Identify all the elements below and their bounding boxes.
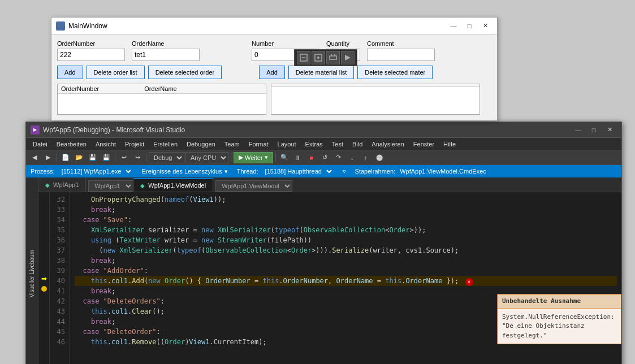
platform-dropdown[interactable]: Any CPU [185,152,228,163]
tb-breakpoint-btn[interactable]: ⬤ [373,152,386,163]
order-number-input[interactable] [57,49,125,61]
tb-back-btn[interactable]: ◀ [28,152,41,163]
filter-icon: ▿ [343,168,346,175]
toolbar-btn-4[interactable] [341,51,355,64]
comment-input[interactable] [367,49,435,61]
tab1-icon: ◆ [45,182,50,188]
editor-tab-2[interactable]: ◆ WpfApp1.ViewModel [133,178,213,192]
ln-33: 33 [52,205,65,215]
add-order-button[interactable]: Add [57,66,83,79]
process-dropdown[interactable]: [15112] WpfApp1.exe [57,166,133,177]
delete-selected-order-button[interactable]: Delete selected order [148,66,222,79]
tb-new-btn[interactable]: 📄 [59,152,72,163]
wpf-maximize-button[interactable]: □ [462,20,477,32]
tab2-member-dropdown[interactable]: WpfApp1.ViewModel [215,180,292,192]
gutter-46 [38,345,49,355]
vs-editor-tabs: ◆ WpfApp1 WpfApp1 ◆ WpfApp1.ViewModel Wp… [38,177,621,192]
vs-main-area: Visueller Livebaum ◆ WpfApp1 WpfApp1 ◆ W… [26,177,621,364]
menu-layout[interactable]: Layout [273,138,301,150]
editor-tab-1[interactable]: ◆ WpfApp1 [38,178,86,192]
menu-team[interactable]: Team [220,138,244,150]
lifecycle-text: Ereignisse des Lebenszyklus [142,168,222,175]
tb-redo-btn[interactable]: ↪ [131,152,144,163]
toolbar-btn-1[interactable] [297,51,310,64]
tb-sep-5 [275,153,276,162]
vs-title: WpfApp5 (Debugging) - Microsoft Visual S… [43,126,571,134]
gutter-40b [38,284,49,294]
tb-forward-btn[interactable]: ▶ [42,152,54,163]
stackframe-value: WpfApp1.ViewModel.CmdExec [400,168,486,175]
ln-34: 34 [52,215,65,225]
play-icon: ▶ [239,154,243,161]
ln-42: 42 [52,296,65,306]
order-name-label: OrderName [132,40,200,47]
tb-undo-btn[interactable]: ↩ [118,152,130,163]
process-label: Prozess: [15112] WpfApp1.exe [31,166,133,177]
menu-debuggen[interactable]: Debuggen [182,138,220,150]
tb-stop-btn[interactable]: ■ [305,152,318,163]
warning-indicator [41,286,47,292]
vs-maximize-button[interactable]: □ [586,124,601,136]
order-name-input[interactable] [132,49,200,61]
tb-pause-btn[interactable]: ⏸ [292,152,304,163]
code-line-38: break; [75,255,617,266]
code-line-39: case "AddOrder": [75,266,617,276]
menu-ansicht[interactable]: Ansicht [91,138,120,150]
menu-fenster[interactable]: Fenster [409,138,439,150]
thread-dropdown[interactable]: [15188] Hauptthread [261,166,334,177]
ln-40: 40 [52,276,65,286]
tb-restart-btn[interactable]: ↺ [319,152,331,163]
wpf-tables-row: OrderNumber OrderName [57,84,491,115]
delete-material-list-button[interactable]: Delete material list [288,66,354,79]
tb-step-out-btn[interactable]: ↑ [360,152,372,163]
stackframe-label: Stapelrahmen: [355,168,396,175]
tab2-icon: ◆ [140,183,145,189]
ln-39: 39 [52,266,65,276]
tb-save-btn[interactable]: 💾 [87,152,99,163]
menu-projekt[interactable]: Projekt [120,138,149,150]
vs-close-button[interactable]: ✕ [602,124,617,136]
menu-hilfe[interactable]: Hilfe [439,138,460,150]
vs-minimize-button[interactable]: — [571,124,585,136]
tb-sep-1 [57,153,57,162]
menu-bearbeiten[interactable]: Bearbeiten [52,138,91,150]
wpf-app-icon [56,21,65,31]
tb-save-all-btn[interactable]: 💾 [100,152,113,163]
ln-43: 43 [52,306,65,317]
delete-selected-material-button[interactable]: Delete selected mater [357,66,433,79]
tb-search-btn[interactable]: 🔍 [278,152,291,163]
code-line-34: case "Save": [75,215,617,225]
continue-button[interactable]: ▶ Weiter ▾ [234,152,273,163]
menu-erstellen[interactable]: Erstellen [149,138,182,150]
gutter-36 [38,233,49,243]
gutter-41 [38,294,49,304]
tb-step-over-btn[interactable]: ↷ [332,152,345,163]
menu-format[interactable]: Format [244,138,273,150]
tab1-member-dropdown[interactable]: WpfApp1 [88,180,133,192]
wpf-minimize-button[interactable]: — [446,20,461,32]
wpf-title: MainWindow [68,22,446,30]
vs-code-editor: ◆ WpfApp1 WpfApp1 ◆ WpfApp1.ViewModel Wp… [38,177,621,364]
toolbar-btn-3[interactable] [326,51,340,64]
gutter-44 [38,324,49,335]
toolbar-btn-2[interactable] [312,51,325,64]
config-dropdown[interactable]: Debug [149,152,184,163]
menu-datei[interactable]: Datei [28,138,52,150]
gutter-34 [38,213,49,223]
sidebar-label[interactable]: Visueller Livebaum [29,250,35,297]
menu-test[interactable]: Test [327,138,348,150]
tb-open-btn[interactable]: 📂 [73,152,85,163]
vs-code-content[interactable]: OnPropertyChanged(nameof(View1)); break;… [70,192,621,364]
order-number-label: OrderNumber [57,40,125,47]
menu-extras[interactable]: Extras [301,138,327,150]
menu-bild[interactable]: Bild [348,138,367,150]
vs-line-numbers: 32 33 34 35 36 37 38 39 40 41 42 43 44 4… [50,192,70,364]
add-material-button[interactable]: Add [259,66,285,79]
menu-analysieren[interactable]: Analysieren [367,138,408,150]
wpf-toolbar-overlay [294,49,357,66]
delete-order-list-button[interactable]: Delete order list [87,66,145,79]
wpf-close-button[interactable]: ✕ [478,20,493,32]
wpf-window-controls: — □ ✕ [446,20,493,32]
code-line-40: this.col1.Add(new Order() { OrderNumber … [75,276,617,286]
tb-step-into-btn[interactable]: ↓ [346,152,358,163]
